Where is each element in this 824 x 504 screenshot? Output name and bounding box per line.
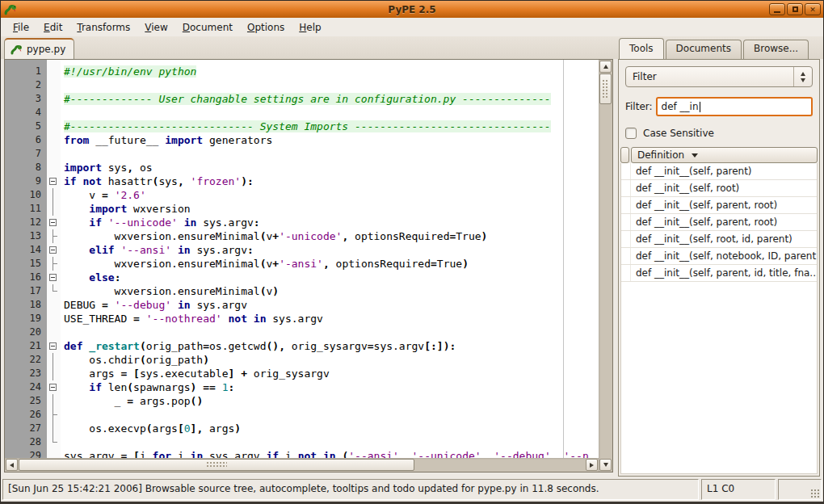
definition-item[interactable]: def __init__(self, parent, root) bbox=[621, 214, 817, 231]
fold-collapse-marker[interactable] bbox=[47, 243, 61, 257]
line-number: 7 bbox=[5, 147, 47, 161]
definition-item-label: def __init__(self, root) bbox=[631, 183, 739, 194]
menu-transforms[interactable]: Transforms bbox=[69, 19, 137, 36]
minimize-button[interactable] bbox=[769, 3, 785, 15]
code-line[interactable]: 15 wxversion.ensureMinimal(v+'-ansi', op… bbox=[5, 257, 599, 271]
code-line[interactable]: 18DEBUG = '--debug' in sys.argv bbox=[5, 298, 599, 312]
definition-item[interactable]: def __init__(self, parent, root) bbox=[621, 197, 817, 214]
panel-tab-tools[interactable]: Tools bbox=[619, 38, 664, 59]
list-header-stub[interactable] bbox=[620, 147, 629, 163]
panel-tab-documents[interactable]: Documents bbox=[666, 40, 742, 59]
code-line[interactable]: 23 args = [sys.executable] + orig_sysarg… bbox=[5, 367, 599, 380]
code-line[interactable]: 13 wxversion.ensureMinimal(v+'-unicode',… bbox=[5, 229, 599, 243]
code-text: import wxversion bbox=[61, 202, 599, 216]
definition-list-header: Definition bbox=[620, 147, 818, 163]
definition-item[interactable]: def __init__(self, parent, id, title, fn… bbox=[621, 265, 817, 282]
menu-options[interactable]: Options bbox=[240, 19, 292, 36]
code-line[interactable]: 12 if '--unicode' in sys.argv: bbox=[5, 216, 599, 229]
code-text: def _restart(orig_path=os.getcwd(), orig… bbox=[61, 339, 599, 353]
dropdown-spinner[interactable] bbox=[793, 67, 812, 86]
code-line[interactable]: 28 bbox=[5, 435, 599, 449]
definition-item-label: def __init__(self, parent) bbox=[631, 166, 752, 177]
menu-view[interactable]: View bbox=[137, 19, 174, 36]
code-line[interactable]: 10 v = '2.6' bbox=[5, 188, 599, 202]
code-line[interactable]: 8import sys, os bbox=[5, 161, 599, 174]
code-line[interactable]: 7 bbox=[5, 147, 599, 161]
resize-grip-icon[interactable] bbox=[810, 489, 819, 498]
line-number: 5 bbox=[5, 120, 47, 133]
editor-text-area[interactable]: 1#!/usr/bin/env python23#------------- U… bbox=[5, 60, 599, 458]
menu-help[interactable]: Help bbox=[292, 19, 328, 36]
fold-collapse-marker[interactable] bbox=[47, 380, 61, 394]
code-line[interactable]: 2 bbox=[5, 78, 599, 92]
menu-file[interactable]: File bbox=[6, 19, 36, 36]
case-sensitive-checkbox[interactable] bbox=[625, 128, 637, 139]
code-editor[interactable]: 1#!/usr/bin/env python23#------------- U… bbox=[4, 59, 613, 472]
line-number: 20 bbox=[5, 326, 47, 339]
fold-collapse-marker[interactable] bbox=[47, 339, 61, 353]
case-sensitive-option[interactable]: Case Sensitive bbox=[625, 128, 813, 139]
thumb-grip bbox=[206, 461, 227, 468]
line-number: 13 bbox=[5, 229, 47, 243]
line-number: 19 bbox=[5, 312, 47, 326]
code-line[interactable]: 1#!/usr/bin/env python bbox=[5, 65, 599, 78]
close-icon: ✕ bbox=[809, 6, 816, 14]
code-line[interactable]: 3#------------- User changable settings … bbox=[5, 92, 599, 106]
code-line[interactable]: 11 import wxversion bbox=[5, 202, 599, 216]
definition-item[interactable]: def __init__(self, notebook, ID, parent) bbox=[621, 248, 817, 265]
definition-item-stub bbox=[621, 180, 631, 196]
definition-item[interactable]: def __init__(self, parent) bbox=[621, 163, 817, 180]
fold-collapse-marker[interactable] bbox=[47, 174, 61, 188]
scroll-right-button[interactable] bbox=[586, 459, 598, 471]
tools-panel: Filter Filter: def __in Case Sensitive D… bbox=[618, 59, 820, 477]
fold-line bbox=[47, 312, 61, 326]
definition-column-header[interactable]: Definition bbox=[631, 147, 818, 163]
code-line[interactable]: 6from __future__ import generators bbox=[5, 133, 599, 147]
document-tab-pype-py[interactable]: pype.py bbox=[4, 38, 74, 59]
code-text bbox=[61, 435, 599, 449]
fold-line bbox=[47, 92, 61, 106]
vertical-scrollbar[interactable] bbox=[599, 60, 612, 472]
arrow-down-icon bbox=[603, 463, 608, 467]
fold-collapse-marker[interactable] bbox=[47, 271, 61, 284]
code-line[interactable]: 4 bbox=[5, 106, 599, 120]
horizontal-scrollbar[interactable] bbox=[5, 458, 599, 472]
code-line[interactable]: 19USE_THREAD = '--nothread' not in sys.a… bbox=[5, 312, 599, 326]
close-button[interactable]: ✕ bbox=[805, 3, 821, 15]
fold-collapse-marker[interactable] bbox=[47, 216, 61, 229]
code-line[interactable]: 29sys.argv = [i for i in sys.argv if i n… bbox=[5, 449, 599, 458]
code-text: if not hasattr(sys, 'frozen'): bbox=[61, 174, 599, 188]
definition-item[interactable]: def __init__(self, root, id, parent) bbox=[621, 231, 817, 248]
definition-item-stub bbox=[621, 265, 631, 281]
filter-input[interactable]: def __in bbox=[656, 97, 813, 116]
scroll-down-button[interactable] bbox=[599, 459, 612, 471]
scroll-left-button[interactable] bbox=[6, 459, 18, 471]
definition-item[interactable]: def __init__(self, root) bbox=[621, 180, 817, 197]
title-bar[interactable]: PyPE 2.5 ✕ bbox=[1, 1, 823, 19]
horizontal-scroll-thumb[interactable] bbox=[19, 459, 414, 471]
fold-line bbox=[47, 408, 61, 422]
maximize-button[interactable] bbox=[787, 3, 803, 15]
panel-tab-browse[interactable]: Browse... bbox=[743, 40, 809, 59]
code-line[interactable]: 21def _restart(orig_path=os.getcwd(), or… bbox=[5, 339, 599, 353]
status-message: [Sun Jun 25 15:42:21 2006] Browsable sou… bbox=[2, 479, 699, 500]
code-line[interactable]: 20 bbox=[5, 326, 599, 339]
code-line[interactable]: 24 if len(spawnargs) == 1: bbox=[5, 380, 599, 394]
scroll-up-button[interactable] bbox=[599, 61, 612, 73]
menu-document[interactable]: Document bbox=[175, 19, 240, 36]
vertical-scroll-thumb[interactable] bbox=[599, 74, 612, 104]
code-line[interactable]: 16 else: bbox=[5, 271, 599, 284]
code-line[interactable]: 9if not hasattr(sys, 'frozen'): bbox=[5, 174, 599, 188]
definition-item-label: def __init__(self, parent, root) bbox=[631, 216, 777, 228]
code-line[interactable]: 27 os.execvp(args[0], args) bbox=[5, 422, 599, 435]
tool-selector-dropdown[interactable]: Filter bbox=[625, 66, 813, 87]
definition-item-stub bbox=[621, 231, 631, 247]
definition-item-label: def __init__(self, notebook, ID, parent) bbox=[631, 250, 817, 262]
code-line[interactable]: 25 _ = args.pop() bbox=[5, 394, 599, 408]
menu-edit[interactable]: Edit bbox=[36, 19, 69, 36]
code-line[interactable]: 17 wxversion.ensureMinimal(v) bbox=[5, 284, 599, 298]
code-line[interactable]: 26 bbox=[5, 408, 599, 422]
code-line[interactable]: 5#----------------------------- System I… bbox=[5, 120, 599, 133]
code-line[interactable]: 22 os.chdir(orig_path) bbox=[5, 353, 599, 367]
code-line[interactable]: 14 elif '--ansi' in sys.argv: bbox=[5, 243, 599, 257]
